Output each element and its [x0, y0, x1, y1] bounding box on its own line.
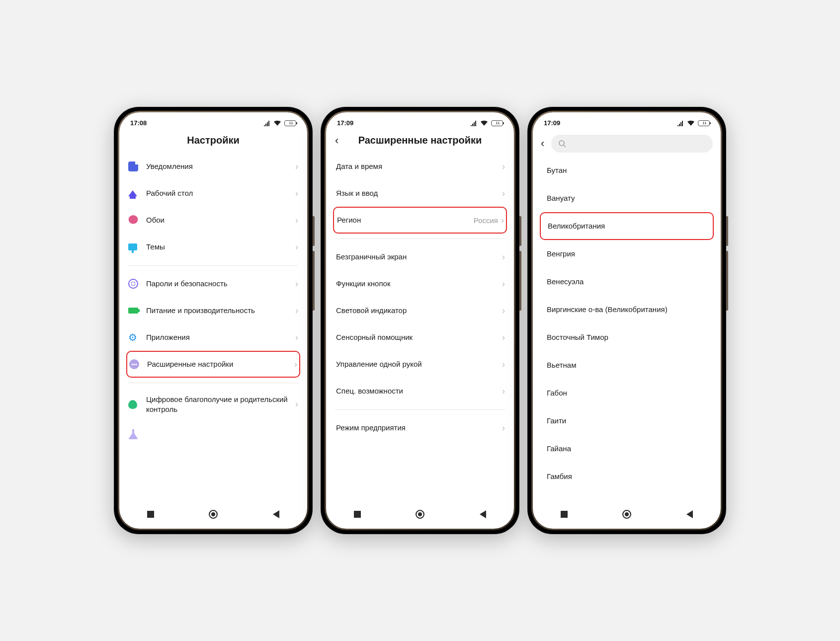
phone-region-list: 17:09 11 ‹ БутанВануатуВеликобританияВен… [527, 107, 726, 534]
row-accessibility[interactable]: Спец. возможности › [333, 378, 507, 404]
region-item[interactable]: Восточный Тимор [540, 323, 714, 351]
region-item[interactable]: Гайана [540, 435, 714, 463]
status-time: 17:09 [544, 119, 560, 127]
chevron-right-icon: › [295, 399, 298, 409]
chevron-right-icon: › [502, 306, 505, 316]
battery-icon: 11 [491, 120, 503, 126]
flask-icon [128, 429, 138, 439]
region-label: Гаити [547, 416, 707, 426]
region-item[interactable]: Венгрия [540, 240, 714, 268]
region-list[interactable]: БутанВануатуВеликобританияВенгрияВенесуэ… [533, 157, 721, 503]
chevron-right-icon: › [295, 332, 298, 343]
row-date-time[interactable]: Дата и время › [333, 153, 507, 180]
status-bar: 17:09 11 [326, 112, 514, 130]
page-title: Расширенные настройки [358, 135, 482, 146]
nav-recent[interactable] [559, 509, 570, 520]
row-themes[interactable]: Темы › [126, 234, 300, 260]
region-item[interactable]: Вьетнам [540, 351, 714, 379]
nav-recent[interactable] [145, 509, 156, 520]
dots-icon: ••• [129, 359, 139, 369]
row-advanced-settings[interactable]: ••• Расширенные настройки › [126, 351, 300, 378]
navigation-bar [326, 503, 514, 529]
row-one-hand[interactable]: Управление одной рукой › [333, 351, 507, 378]
nav-home[interactable] [415, 509, 425, 520]
row-wellbeing[interactable]: Цифровое благополучие и родительский кон… [126, 388, 300, 421]
chevron-right-icon: › [501, 215, 504, 226]
row-apps[interactable]: ⚙ Приложения › [126, 324, 300, 351]
row-language[interactable]: Язык и ввод › [333, 180, 507, 207]
region-label: Великобритания [548, 221, 706, 231]
row-enterprise[interactable]: Режим предприятия › [333, 414, 507, 441]
chevron-right-icon: › [295, 279, 298, 289]
advanced-list[interactable]: Дата и время › Язык и ввод › Регион Росс… [326, 153, 514, 503]
row-cut[interactable] [126, 421, 300, 448]
chevron-right-icon: › [294, 359, 297, 370]
status-time: 17:09 [337, 119, 353, 127]
nav-back[interactable] [477, 509, 488, 520]
nav-back[interactable] [270, 509, 281, 520]
nav-recent[interactable] [352, 509, 363, 520]
region-label: Гамбия [547, 472, 707, 481]
back-button[interactable]: ‹ [335, 134, 338, 147]
back-button[interactable]: ‹ [541, 137, 544, 150]
region-label: Габон [547, 388, 707, 398]
wifi-icon [480, 120, 488, 126]
chevron-right-icon: › [502, 423, 505, 433]
region-label: Вьетнам [547, 360, 707, 370]
nav-home[interactable] [208, 509, 219, 520]
region-label: Виргинские о-ва (Великобритания) [547, 305, 707, 315]
region-item[interactable]: Великобритания [540, 212, 714, 240]
wifi-icon [273, 120, 281, 126]
nav-back[interactable] [684, 509, 695, 520]
chevron-right-icon: › [295, 242, 298, 252]
region-item[interactable]: Виргинские о-ва (Великобритания) [540, 296, 714, 323]
region-item[interactable]: Венесуэла [540, 268, 714, 296]
region-label: Венесуэла [547, 277, 707, 287]
chevron-right-icon: › [502, 252, 505, 262]
row-button-functions[interactable]: Функции кнопок › [333, 270, 507, 297]
chevron-right-icon: › [502, 359, 505, 370]
navigation-bar [119, 503, 307, 529]
chevron-right-icon: › [502, 279, 505, 289]
region-item[interactable]: Вануату [540, 184, 714, 212]
region-item[interactable]: Гаити [540, 407, 714, 435]
battery-icon [128, 308, 138, 314]
signal-icon [470, 120, 477, 126]
region-label: Гайана [547, 444, 707, 454]
page-title: Настройки [187, 135, 240, 146]
page-header: ‹ Расширенные настройки [326, 130, 514, 153]
home-icon [128, 190, 137, 196]
status-bar: 17:08 11 [119, 112, 307, 130]
row-power[interactable]: Питание и производительность › [126, 297, 300, 324]
row-region[interactable]: Регион Россия › [333, 207, 507, 234]
page-header: ‹ [533, 130, 721, 157]
row-security[interactable]: Пароли и безопасность › [126, 270, 300, 297]
settings-list[interactable]: Уведомления › Рабочий стол › Обои › Темы… [119, 153, 307, 503]
row-desktop[interactable]: Рабочий стол › [126, 180, 300, 207]
chevron-right-icon: › [295, 161, 298, 172]
status-time: 17:08 [130, 119, 147, 127]
fingerprint-icon [128, 279, 138, 289]
notifications-icon [128, 161, 138, 171]
region-item[interactable]: Бутан [540, 157, 714, 184]
phone-settings: 17:08 11 Настройки Уведомления › Рабочий… [114, 107, 313, 534]
row-led[interactable]: Световой индикатор › [333, 297, 507, 324]
chevron-right-icon: › [502, 386, 505, 397]
divider [333, 404, 507, 414]
region-item[interactable]: Гамбия [540, 463, 714, 490]
battery-icon: 11 [698, 120, 710, 126]
row-touch-assistant[interactable]: Сенсорный помощник › [333, 324, 507, 351]
row-wallpaper[interactable]: Обои › [126, 207, 300, 234]
row-notifications[interactable]: Уведомления › [126, 153, 300, 180]
search-input[interactable] [551, 135, 713, 153]
brush-icon [128, 243, 137, 250]
nav-home[interactable] [621, 509, 632, 520]
gear-icon: ⚙ [128, 332, 138, 342]
divider [126, 260, 300, 270]
region-item[interactable]: Габон [540, 379, 714, 407]
wellbeing-icon [128, 400, 137, 409]
wifi-icon [687, 120, 695, 126]
svg-line-1 [564, 145, 566, 147]
region-value: Россия [474, 216, 498, 225]
row-fullscreen[interactable]: Безграничный экран › [333, 243, 507, 270]
